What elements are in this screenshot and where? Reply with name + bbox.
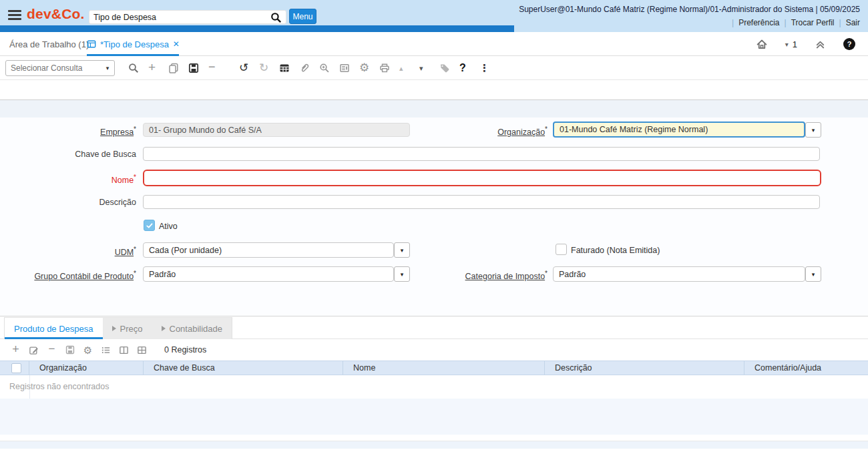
faturado-checkbox[interactable] (556, 244, 567, 255)
new-record-icon[interactable]: + (148, 63, 159, 73)
copy-record-icon[interactable] (168, 63, 179, 73)
udm-field[interactable] (143, 242, 394, 258)
nome-field[interactable] (143, 170, 821, 186)
global-search-box (89, 10, 286, 24)
ativo-checkbox[interactable] (144, 220, 155, 231)
faturado-label: Faturado (Nota Emitida) (571, 246, 660, 255)
chevron-down-icon: ▾ (812, 127, 815, 134)
detail-process-gear-icon[interactable]: ⚙ (83, 345, 93, 355)
tabbar-right-controls: ▾ 1 ? (756, 32, 855, 56)
tab-workspace[interactable]: Área de Trabalho (1) (9, 32, 89, 56)
user-info-text: SuperUser@01-Mundo Café Matriz (Regime N… (519, 5, 860, 14)
zoom-across-icon[interactable] (319, 63, 330, 73)
label-tag-icon[interactable] (439, 63, 450, 73)
global-search-input[interactable] (89, 13, 286, 22)
overflow-menu-icon[interactable]: ⋮ (479, 63, 490, 73)
chevron-down-icon: ▾ (401, 247, 404, 254)
logout-link[interactable]: Sair (846, 18, 860, 27)
grid-col-chave-de-busca[interactable]: Chave de Busca (144, 361, 343, 375)
window-toolbar: ▾ + − ↺ ↻ ⚙ ▴ ▾ (0, 56, 868, 80)
detail-record-icon[interactable]: ▾ (419, 63, 430, 73)
change-role-link[interactable]: Trocar Perfil (791, 18, 835, 27)
refresh-icon[interactable]: ↻ (259, 63, 270, 73)
hamburger-menu-icon[interactable] (8, 10, 21, 20)
grid-empty-row: Registros não encontrados (0, 375, 868, 399)
grid-empty-message: Registros não encontrados (9, 382, 109, 391)
detail-grid-view-icon[interactable] (137, 345, 147, 355)
window-count: 1 (793, 39, 797, 49)
chevron-down-icon[interactable]: ▾ (101, 65, 114, 71)
grid-toggle-icon[interactable] (279, 63, 290, 73)
organizacao-field[interactable] (553, 122, 805, 138)
descricao-label: Descrição (3, 198, 136, 207)
detail-edit-icon[interactable] (29, 345, 39, 355)
udm-dropdown-button[interactable]: ▾ (394, 242, 410, 258)
descricao-field[interactable] (143, 195, 820, 209)
empresa-field (143, 123, 410, 137)
print-icon[interactable] (379, 63, 390, 73)
preference-link[interactable]: Preferência (738, 18, 779, 27)
detail-tab-preco[interactable]: Preço (103, 318, 152, 339)
attachment-icon[interactable] (299, 63, 310, 73)
help-icon[interactable]: ? (843, 38, 855, 50)
grid-col-comentario-ajuda[interactable]: Comentário/Ajuda (744, 361, 868, 375)
parent-record-icon[interactable]: ▴ (399, 63, 410, 73)
window-form-icon (87, 39, 96, 49)
link-separator: | (732, 18, 734, 27)
chevron-down-icon: ▾ (785, 41, 789, 48)
detail-grid-header: Organização Chave de Busca Nome Descriçã… (0, 361, 868, 375)
form-panel: Empresa* Organização* ▾ Chave de Busca N… (0, 118, 868, 316)
save-icon[interactable] (188, 63, 199, 73)
delete-record-icon[interactable]: − (208, 63, 219, 73)
grid-col-nome[interactable]: Nome (343, 361, 545, 375)
tab-label: *Tipo de Despesa (100, 39, 169, 49)
detail-quick-entry-icon[interactable] (101, 345, 111, 355)
detail-panel-layout-icon[interactable] (119, 345, 129, 355)
detail-tab-contabilidade[interactable]: Contabilidade (152, 318, 232, 339)
udm-label: UDM* (3, 246, 136, 257)
detail-tab-produto-de-despesa[interactable]: Produto de Despesa (5, 318, 103, 339)
app-window: dev&Co. Menu SuperUser@01-Mundo Café Mat… (0, 0, 868, 450)
undo-icon[interactable]: ↺ (239, 63, 250, 73)
chat-log-icon[interactable] (339, 63, 350, 73)
help-question-icon[interactable]: ? (459, 63, 470, 73)
tab-label: Contabilidade (170, 324, 223, 334)
collapse-all-icon[interactable] (815, 39, 826, 50)
tab-tipo-de-despesa[interactable]: *Tipo de Despesa ✕ (87, 32, 180, 56)
chevron-down-icon: ▾ (812, 271, 815, 278)
chevron-down-icon: ▾ (401, 271, 404, 278)
find-record-icon[interactable] (128, 63, 139, 73)
desktop-tabbar: Área de Trabalho (1) *Tipo de Despesa ✕ (0, 32, 868, 56)
organizacao-label: Organização* (414, 126, 548, 137)
detail-new-icon[interactable]: + (11, 345, 21, 355)
menu-button[interactable]: Menu (289, 9, 316, 24)
grupo-contabil-field[interactable] (143, 266, 394, 282)
status-bar: Inserido (0, 100, 868, 118)
categoria-imposto-label: Categoria de Imposto* (414, 270, 548, 281)
tab-close-icon[interactable]: ✕ (173, 39, 180, 49)
user-links: | Preferência | Trocar Perfil | Sair (732, 18, 860, 27)
link-separator: | (839, 18, 841, 27)
select-all-checkbox[interactable] (11, 363, 21, 373)
organizacao-dropdown-button[interactable]: ▾ (805, 122, 821, 138)
ativo-label: Ativo (159, 222, 178, 231)
window-selector[interactable]: ▾ 1 (785, 39, 797, 49)
link-separator: | (785, 18, 787, 27)
process-gear-icon[interactable]: ⚙ (359, 63, 370, 73)
search-icon[interactable] (269, 11, 282, 24)
detail-delete-icon[interactable]: − (47, 345, 57, 355)
detail-record-count: 0 Registros (164, 345, 206, 355)
categoria-imposto-dropdown-button[interactable]: ▾ (805, 266, 821, 282)
grupo-contabil-label: Grupo Contábil de Produto* (3, 270, 136, 281)
chave-de-busca-field[interactable] (143, 147, 820, 161)
detail-toolbar: + − ⚙ 0 Registros (0, 339, 868, 361)
detail-save-icon[interactable] (65, 345, 75, 355)
header-accent-strip (0, 25, 515, 32)
tab-arrow-icon (112, 326, 116, 331)
home-icon[interactable] (756, 38, 768, 50)
select-query-input[interactable] (6, 63, 101, 73)
categoria-imposto-field[interactable] (553, 266, 805, 282)
grupo-contabil-dropdown-button[interactable]: ▾ (394, 266, 410, 282)
grid-col-organizacao[interactable]: Organização (29, 361, 144, 375)
grid-col-descricao[interactable]: Descrição (545, 361, 744, 375)
